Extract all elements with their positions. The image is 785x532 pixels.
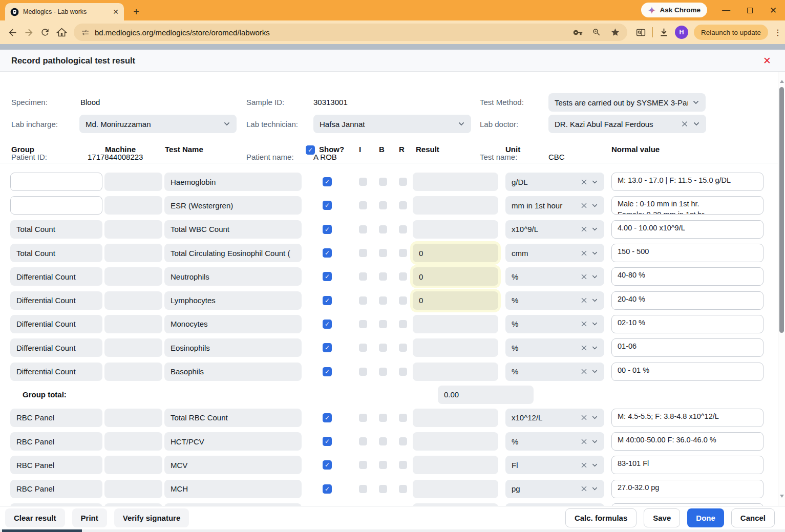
group-input[interactable] (10, 196, 102, 215)
unit-clear-icon[interactable] (581, 414, 587, 421)
show-checkbox[interactable]: ✓ (323, 484, 332, 494)
unit-clear-icon[interactable] (581, 462, 587, 469)
unit-chevron-icon[interactable] (591, 321, 598, 327)
machine-input[interactable] (104, 267, 162, 286)
machine-input[interactable] (104, 315, 162, 333)
window-close-icon[interactable]: ✕ (761, 0, 785, 20)
unit-chevron-icon[interactable] (591, 485, 598, 492)
i-checkbox[interactable] (359, 368, 367, 376)
unit-chevron-icon[interactable] (591, 273, 598, 280)
zoom-icon[interactable] (592, 28, 601, 37)
unit-chevron-icon[interactable] (591, 179, 598, 185)
i-checkbox[interactable] (359, 437, 367, 445)
normal-value-input[interactable]: 4.00 - 10.00 x10^9/L (611, 220, 763, 239)
i-checkbox[interactable] (359, 296, 367, 305)
machine-input[interactable] (104, 409, 162, 427)
unit-select[interactable]: % (505, 267, 604, 286)
r-checkbox[interactable] (399, 344, 407, 352)
download-icon[interactable] (659, 27, 669, 38)
result-input[interactable] (413, 220, 498, 239)
site-info-tune-icon[interactable] (81, 28, 90, 37)
unit-select[interactable]: x10^9/L (505, 220, 604, 239)
browser-tab[interactable]: Medlogics - Lab works ✕ (5, 3, 124, 20)
b-checkbox[interactable] (379, 461, 387, 469)
test-name-input[interactable]: Neutrophils (164, 267, 302, 286)
b-checkbox[interactable] (379, 485, 387, 493)
test-name-input[interactable]: MCH (164, 480, 302, 498)
test-name-input[interactable]: Eosinophils (164, 338, 302, 357)
machine-input[interactable] (104, 456, 162, 474)
normal-value-input[interactable]: 00 - 01 % (611, 363, 763, 381)
group-input[interactable]: Total Count (10, 220, 102, 239)
show-checkbox[interactable]: ✓ (323, 177, 332, 186)
unit-clear-icon[interactable] (581, 368, 587, 375)
unit-select[interactable]: mm in 1st hour (505, 196, 604, 215)
show-checkbox[interactable]: ✓ (323, 296, 332, 305)
show-checkbox[interactable]: ✓ (323, 437, 332, 446)
result-input[interactable] (413, 409, 498, 427)
print-button[interactable]: Print (72, 508, 107, 527)
side-panel-search-icon[interactable] (635, 27, 646, 38)
machine-input[interactable] (104, 480, 162, 498)
menu-dots-icon[interactable]: ⋮ (774, 28, 781, 37)
result-input[interactable] (413, 315, 498, 333)
cancel-button[interactable]: Cancel (731, 508, 775, 527)
b-checkbox[interactable] (379, 201, 387, 209)
group-input[interactable]: RBC Panel (10, 480, 102, 498)
i-checkbox[interactable] (359, 344, 367, 352)
result-input[interactable]: 0 (413, 291, 498, 310)
machine-input[interactable] (104, 338, 162, 357)
i-checkbox[interactable] (359, 272, 367, 281)
result-input[interactable] (413, 480, 498, 498)
new-tab-button[interactable]: + (129, 5, 143, 19)
r-checkbox[interactable] (399, 201, 407, 209)
test-name-input[interactable]: Haemoglobin (164, 173, 302, 191)
unit-chevron-icon[interactable] (591, 414, 598, 421)
verify-signature-button[interactable]: Verify signature (114, 508, 189, 527)
result-input[interactable] (413, 363, 498, 381)
normal-value-input[interactable]: 01-06 (611, 338, 763, 357)
test-name-input[interactable]: Total RBC Count (164, 409, 302, 427)
show-checkbox[interactable]: ✓ (323, 413, 332, 422)
show-checkbox[interactable]: ✓ (323, 225, 332, 234)
ask-chrome-button[interactable]: Ask Chrome (641, 3, 707, 17)
chevron-down-icon[interactable] (223, 120, 230, 127)
url-text[interactable]: bd.medlogics.org/medlogics/store/oromed/… (95, 28, 568, 37)
i-checkbox[interactable] (359, 414, 367, 422)
i-checkbox[interactable] (359, 225, 367, 233)
lab-incharge-select[interactable]: Md. Moniruzzaman (79, 115, 237, 133)
test-name-input[interactable]: Total WBC Count (164, 220, 302, 239)
vertical-scrollbar[interactable] (778, 72, 785, 506)
show-checkbox[interactable]: ✓ (323, 367, 332, 376)
machine-input[interactable] (104, 196, 162, 215)
unit-select[interactable]: % (505, 291, 604, 310)
unit-select[interactable]: Fl (505, 456, 604, 474)
calc-formulas-button[interactable]: Calc. formulas (565, 508, 637, 527)
machine-input[interactable] (104, 291, 162, 310)
show-checkbox[interactable]: ✓ (323, 272, 332, 281)
tab-close-icon[interactable]: ✕ (113, 8, 119, 16)
normal-value-input[interactable]: Male : 0-10 mm in 1st hr.Female: 0-20 mm… (611, 196, 763, 215)
unit-clear-icon[interactable] (581, 438, 587, 445)
scrollbar-thumb[interactable] (779, 87, 784, 333)
unit-chevron-icon[interactable] (591, 438, 598, 445)
unit-chevron-icon[interactable] (591, 368, 598, 375)
result-input[interactable] (413, 196, 498, 215)
b-checkbox[interactable] (379, 414, 387, 422)
group-input[interactable]: Differential Count (10, 363, 102, 381)
r-checkbox[interactable] (399, 225, 407, 233)
normal-value-input[interactable]: 40-80 % (611, 267, 763, 286)
unit-clear-icon[interactable] (581, 273, 587, 280)
group-input[interactable]: RBC Panel (10, 456, 102, 474)
address-bar[interactable]: bd.medlogics.org/medlogics/store/oromed/… (74, 24, 627, 41)
unit-select[interactable]: % (505, 363, 604, 381)
test-method-select[interactable]: Tests are carried out by SYSMEX 3-Par (548, 93, 706, 112)
i-checkbox[interactable] (359, 249, 367, 257)
bookmark-star-icon[interactable] (610, 28, 620, 37)
home-icon[interactable] (53, 24, 70, 40)
clear-result-button[interactable]: Clear result (5, 508, 65, 527)
password-key-icon[interactable] (573, 28, 583, 37)
lab-doctor-select[interactable]: DR. Kazi Abul Fazal Ferdous (548, 115, 706, 133)
test-name-input[interactable]: Basophils (164, 363, 302, 381)
r-checkbox[interactable] (399, 296, 407, 305)
